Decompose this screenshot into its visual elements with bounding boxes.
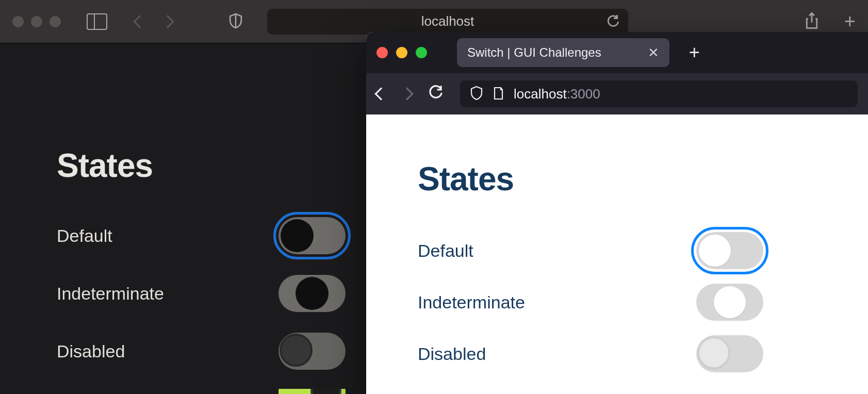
switch-thumb	[698, 337, 730, 369]
tab-close-icon[interactable]: ✕	[648, 45, 659, 61]
firefox-nav-buttons	[376, 85, 444, 103]
traffic-minimize-icon[interactable]	[31, 16, 42, 27]
state-row-default: Default	[57, 216, 346, 256]
state-label: Default	[418, 241, 473, 261]
state-row-disabled: Disabled	[418, 328, 763, 380]
switch-indeterminate[interactable]	[696, 284, 763, 321]
reload-icon[interactable]	[428, 85, 444, 103]
switch-indeterminate[interactable]	[279, 275, 346, 312]
firefox-toolbar: localhost:3000	[366, 73, 868, 114]
switch-thumb	[714, 286, 746, 318]
switch-default[interactable]	[696, 232, 763, 269]
traffic-close-icon[interactable]	[12, 16, 24, 27]
switch-thumb	[699, 235, 731, 267]
state-row-disabled: Disabled	[57, 331, 346, 371]
state-label: Indeterminate	[418, 292, 525, 313]
reload-icon[interactable]	[607, 15, 620, 28]
firefox-window: Switch | GUI Challenges ✕ +	[366, 32, 868, 394]
switch-thumb	[281, 219, 314, 252]
url-host: localhost	[514, 86, 567, 102]
switch-disabled	[279, 333, 346, 370]
browser-tab[interactable]: Switch | GUI Challenges ✕	[457, 38, 669, 67]
firefox-address-bar[interactable]: localhost:3000	[460, 80, 858, 107]
sidebar-toggle-button[interactable]	[87, 13, 107, 30]
page-title: States	[418, 160, 816, 198]
switch-disabled	[696, 335, 763, 372]
switch-disabled-checked	[279, 389, 346, 394]
url-port: :3000	[567, 86, 600, 102]
back-button[interactable]	[133, 15, 146, 28]
state-label: Indeterminate	[57, 284, 164, 304]
forward-button[interactable]	[161, 15, 174, 28]
safari-traffic-lights	[12, 16, 61, 27]
state-label: Disabled	[418, 344, 486, 364]
state-row-indeterminate: Indeterminate	[57, 273, 346, 314]
back-button[interactable]	[374, 87, 387, 100]
new-tab-button[interactable]: +	[689, 42, 700, 63]
share-icon[interactable]	[804, 12, 820, 31]
safari-nav-buttons	[135, 17, 172, 26]
state-row-default: Default	[418, 225, 763, 276]
privacy-shield-icon[interactable]	[229, 12, 242, 31]
new-tab-button[interactable]: +	[844, 10, 856, 32]
traffic-close-icon[interactable]	[376, 47, 388, 58]
firefox-traffic-lights	[376, 47, 427, 58]
switch-thumb	[310, 389, 341, 394]
traffic-zoom-icon[interactable]	[50, 16, 61, 27]
switch-default[interactable]	[279, 217, 346, 254]
firefox-page-content: States Default Indeterminate Disabled	[366, 114, 868, 394]
state-label: Default	[57, 226, 112, 246]
traffic-minimize-icon[interactable]	[396, 47, 407, 58]
switch-thumb	[280, 334, 313, 367]
safari-url-text: localhost	[421, 13, 474, 29]
switch-thumb	[296, 277, 329, 310]
site-info-icon[interactable]	[492, 86, 504, 102]
state-row-disabled-checked	[57, 389, 346, 394]
state-label: Disabled	[57, 341, 125, 362]
traffic-zoom-icon[interactable]	[416, 47, 427, 58]
state-row-indeterminate: Indeterminate	[418, 276, 763, 328]
firefox-tabstrip: Switch | GUI Challenges ✕ +	[366, 32, 868, 73]
tab-title: Switch | GUI Challenges	[467, 45, 601, 60]
tracking-shield-icon[interactable]	[470, 86, 483, 102]
forward-button[interactable]	[400, 87, 413, 100]
safari-address-bar[interactable]: localhost	[267, 9, 628, 35]
